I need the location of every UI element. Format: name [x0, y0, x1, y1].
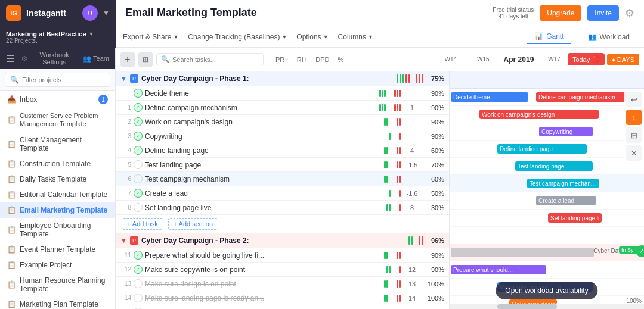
phase2-toggle-icon[interactable]: ▼: [120, 237, 127, 244]
filter-projects-input[interactable]: [22, 76, 105, 83]
invite-button[interactable]: Invite: [587, 5, 619, 21]
gantt-bar-copywriting: Copywriting: [539, 127, 593, 136]
gantt-task-row: Set landing page li...: [450, 210, 644, 227]
sidebar-item-client-management[interactable]: 📋 Client Management Template: [0, 132, 115, 156]
gantt-phase2-row: Cyber Day... In Sync ✓: [450, 244, 644, 261]
sidebar-item-construction[interactable]: 📋 Construction Template: [0, 156, 115, 171]
sidebar-item-editorial[interactable]: 📋 Editorial Calendar Template: [0, 187, 115, 202]
task-check-icon[interactable]: ✓: [134, 265, 143, 274]
task-check-icon[interactable]: [134, 203, 143, 212]
const-icon: 📋: [7, 160, 16, 168]
sidebar-item-email-marketing[interactable]: 📋 Email Marketing Template: [0, 202, 115, 218]
task-name: Test landing page: [145, 161, 382, 169]
task-check-icon[interactable]: ✓: [134, 251, 143, 260]
gantt-100-badge: 100%: [626, 298, 642, 304]
sidebar-item-daily-tasks[interactable]: 📋 Daily Tasks Template: [0, 171, 115, 187]
ec-icon: 📋: [7, 191, 16, 199]
expand-icon[interactable]: ▼: [103, 9, 110, 17]
col-dpd-header[interactable]: DPD: [312, 56, 333, 63]
change-tracking-btn[interactable]: Change Tracking (Baselines)▼: [188, 33, 287, 41]
table-row: 2 ✓ Work on campaign's design 90%: [116, 115, 449, 129]
col-ri-header[interactable]: RI↕: [293, 56, 311, 63]
upgrade-button[interactable]: Upgrade: [540, 5, 581, 21]
add-task-btn-phase1[interactable]: + Add task: [122, 218, 163, 230]
add-row-phase1: + Add task + Add section: [116, 215, 449, 233]
sidebar-item-human-resource[interactable]: 📋 Human Resource Planning Template: [0, 273, 115, 296]
tab-gantt[interactable]: 📊 Gantt: [527, 30, 571, 44]
sidebar-item-employee-onboarding[interactable]: 📋 Employee Onboarding Template: [0, 218, 115, 242]
inbox-icon: 📥: [7, 95, 16, 104]
phase2-header[interactable]: ▼ P Cyber Day Campaign - Phase 2: 96%: [116, 233, 449, 248]
org-name[interactable]: Marketing at BestPractice: [6, 30, 86, 38]
ep-icon: 📋: [7, 245, 16, 254]
task-check-icon[interactable]: [134, 294, 143, 302]
search-icon: 🔍: [161, 55, 169, 63]
swap-icon[interactable]: ↕: [626, 110, 642, 125]
task-name: Decide theme: [145, 89, 377, 98]
filter-input-wrapper[interactable]: 🔍: [5, 73, 110, 87]
task-check-icon[interactable]: ✓: [134, 117, 143, 126]
logo-icon: IG: [6, 5, 21, 21]
col-pr-header[interactable]: PR↕: [272, 56, 292, 63]
task-name: Make sure design is on point: [145, 280, 382, 288]
sidebar-item-event-planner[interactable]: 📋 Event Planner Template: [0, 242, 115, 257]
task-check-icon[interactable]: ✓: [134, 146, 143, 155]
days-button[interactable]: ♦ DAYS: [607, 54, 639, 65]
right-panel: ↩ ↕ ⊞ ✕: [624, 89, 644, 163]
sidebar-item-marketing-plan[interactable]: 📋 Marketing Plan Template: [0, 296, 115, 309]
task-check-icon[interactable]: ✓: [134, 189, 143, 198]
sidebar-item-customer-service[interactable]: 📋 Customer Service Problem Management Te…: [0, 108, 115, 132]
phase1-toggle-icon[interactable]: ▼: [120, 75, 127, 82]
gantt-bar-design: Make sure design: [509, 299, 557, 304]
today-button[interactable]: Today 🔴: [568, 53, 605, 65]
workbook-settings-btn[interactable]: ⚙ Workbook Settings: [21, 51, 79, 65]
team-btn[interactable]: 👥 Team: [83, 55, 109, 63]
hamburger-icon[interactable]: ☰: [6, 53, 14, 64]
task-check-icon[interactable]: ✓: [134, 89, 143, 98]
open-workload-btn[interactable]: Open workload availability: [496, 282, 597, 299]
gantt-bar-phase2-bg: [451, 248, 594, 257]
search-box[interactable]: 🔍: [156, 53, 264, 65]
task-check-icon[interactable]: ✓: [134, 132, 143, 141]
task-name: Work on campaign's design: [145, 118, 382, 126]
add-row-btn[interactable]: +: [120, 52, 135, 67]
task-name: Prepare what should be going live fi...: [145, 251, 382, 260]
options-btn[interactable]: Options▼: [296, 33, 328, 41]
columns-btn[interactable]: Columns▼: [338, 33, 373, 41]
user-avatar[interactable]: U: [82, 5, 98, 21]
close-icon[interactable]: ✕: [626, 145, 642, 161]
free-trial-status: Free trial status 91 days left: [493, 7, 534, 20]
tab-workload[interactable]: 👥 Workload: [581, 30, 637, 43]
export-share-btn[interactable]: Export & Share▼: [123, 33, 178, 41]
filter-search-icon: 🔍: [10, 76, 19, 84]
phase1-header[interactable]: ▼ P Cyber Day Campaign - Phase 1:: [116, 71, 449, 86]
w15-label: W15: [477, 56, 490, 63]
task-name: Copywriting: [145, 132, 386, 141]
gantt-phase1-row: [450, 71, 644, 89]
task-check-icon[interactable]: [134, 279, 143, 288]
task-name: Define landing page: [145, 146, 382, 155]
grid-btn[interactable]: ⊞: [138, 52, 153, 67]
phase1-pct: 75%: [426, 75, 444, 82]
phase1-color-block: P: [130, 74, 138, 83]
settings-small-icon: ⚙: [21, 55, 27, 63]
inbox-badge: 1: [98, 95, 108, 104]
org-dropdown-icon[interactable]: ▼: [89, 31, 94, 37]
table-row: 13 Make sure design is on point 13 100%: [116, 277, 449, 291]
sidebar-item-inbox[interactable]: 📥 Inbox 1: [0, 91, 115, 108]
task-check-icon[interactable]: ✓: [134, 103, 143, 112]
settings-icon[interactable]: ⚙: [625, 7, 634, 20]
task-check-icon[interactable]: [134, 174, 143, 183]
add-section-btn-phase1[interactable]: + Add section: [168, 218, 218, 230]
col-pct-header[interactable]: %: [335, 56, 348, 63]
projects-count: 22 Projects.: [6, 38, 110, 44]
table-row: ✓ Decide theme 90%: [116, 86, 449, 101]
search-input[interactable]: [172, 56, 259, 63]
task-check-icon[interactable]: [134, 160, 143, 169]
cs-icon: 📋: [7, 116, 16, 124]
sidebar-item-example-project[interactable]: 📋 Example Project: [0, 257, 115, 273]
task-name: Make sure landing page is ready an...: [145, 294, 382, 302]
undo-icon[interactable]: ↩: [626, 92, 642, 107]
grid-view-icon[interactable]: ⊞: [626, 127, 642, 143]
gantt-task-row: Copywriting: [450, 123, 644, 141]
